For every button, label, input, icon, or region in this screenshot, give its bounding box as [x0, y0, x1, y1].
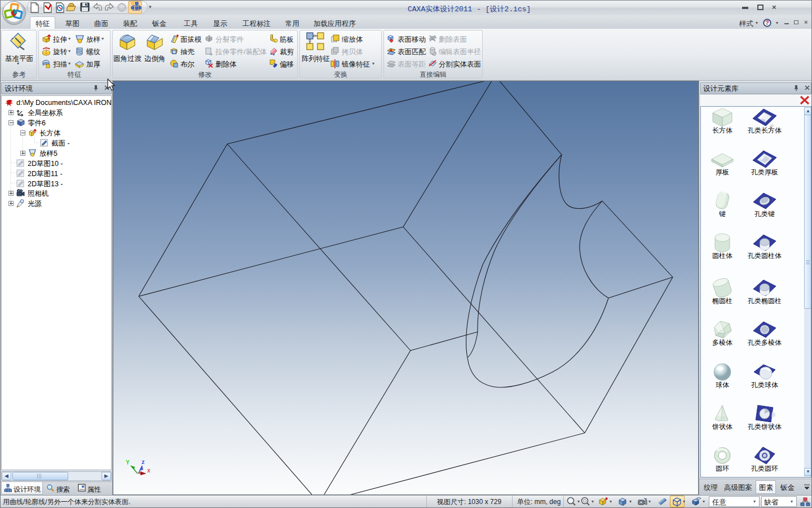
svg-text:Y: Y	[126, 459, 130, 466]
svg-text:?: ?	[766, 20, 769, 26]
svg-text:z: z	[142, 458, 145, 465]
svg-text:x: x	[147, 467, 151, 474]
